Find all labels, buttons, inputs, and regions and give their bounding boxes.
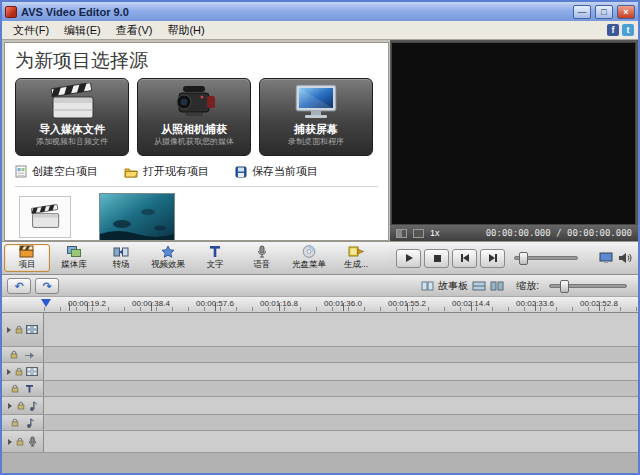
current-project-item[interactable]: 当前项目	[19, 196, 71, 241]
project-icon	[19, 245, 35, 258]
lock-icon[interactable]	[17, 401, 25, 410]
menu-bar: 文件(F) 编辑(E) 查看(V) 帮助(H) f t	[2, 21, 638, 40]
timeline-ruler[interactable]: 00:00:19.2 00:00:38.4 00:00:57.6 00:01:1…	[2, 296, 638, 313]
underwater-thumbnail	[99, 193, 175, 241]
lock-icon[interactable]	[11, 418, 19, 427]
voice-track-header[interactable]	[2, 431, 44, 452]
zoom-slider[interactable]	[549, 284, 627, 288]
quick-link-label: 保存当前项目	[252, 164, 318, 179]
lock-icon[interactable]	[16, 437, 24, 446]
transport-right-icons	[599, 252, 632, 264]
toolbar-button-label: 语音	[254, 259, 271, 271]
transition-track-lane[interactable]	[44, 347, 638, 362]
seek-slider[interactable]	[514, 256, 578, 260]
lock-icon[interactable]	[10, 350, 18, 359]
source-buttons: 导入媒体文件 添加视频和音频文件	[15, 78, 378, 156]
screen-size-icon[interactable]	[413, 229, 424, 238]
toolbar-project-button[interactable]: 项目	[4, 244, 50, 272]
menu-edit[interactable]: 编辑(E)	[57, 22, 108, 39]
toolbar-video-effects-button[interactable]: 视频效果	[145, 244, 191, 272]
timeline-view-icon[interactable]	[472, 281, 486, 291]
toolbar-produce-button[interactable]: 生成...	[333, 244, 379, 272]
expand-arrow-icon[interactable]	[7, 369, 11, 375]
lock-icon[interactable]	[11, 384, 19, 393]
voice-icon	[257, 245, 267, 258]
capture-camera-button[interactable]: 从照相机捕获 从摄像机获取您的媒体	[137, 78, 251, 156]
clapperboard-icon	[30, 204, 60, 230]
voice-track-lane[interactable]	[44, 431, 638, 452]
expand-arrow-icon[interactable]	[7, 327, 11, 333]
close-button[interactable]: ×	[617, 5, 635, 19]
toolbar-transitions-button[interactable]: 转场	[98, 244, 144, 272]
storyboard-label: 故事板	[438, 279, 468, 293]
undo-button[interactable]: ↶	[7, 278, 31, 294]
preview-panel: 1x 00:00:00.000 / 00:00:00.000	[390, 40, 638, 274]
audio-track-header[interactable]	[2, 397, 44, 414]
text-track-header[interactable]	[2, 381, 44, 396]
music-track-icon	[26, 418, 34, 428]
ruler-timestamp: 00:02:14.4	[452, 299, 490, 308]
toolbar-media-library-button[interactable]: 媒体库	[51, 244, 97, 272]
menu-help[interactable]: 帮助(H)	[160, 22, 211, 39]
lock-icon[interactable]	[15, 367, 23, 376]
toolbar-button-label: 媒体库	[61, 259, 87, 271]
preview-status-bar: 1x 00:00:00.000 / 00:00:00.000	[390, 225, 638, 241]
transition-track-header[interactable]	[2, 347, 44, 362]
save-project-link[interactable]: 保存当前项目	[235, 164, 318, 179]
screen-divide-icon[interactable]	[396, 229, 407, 238]
toolbar-voice-button[interactable]: 语音	[239, 244, 285, 272]
text-track-lane[interactable]	[44, 381, 638, 396]
divider	[15, 186, 378, 187]
minimize-button[interactable]: —	[573, 5, 591, 19]
toolbar-disc-menu-button[interactable]: 光盘菜单	[286, 244, 332, 272]
maximize-button[interactable]: □	[595, 5, 613, 19]
video-track-lane[interactable]	[44, 313, 638, 346]
previous-frame-button[interactable]	[452, 249, 477, 268]
toolbar-button-label: 项目	[19, 259, 36, 271]
playhead-marker[interactable]	[41, 299, 51, 312]
redo-button[interactable]: ↷	[35, 278, 59, 294]
open-project-link[interactable]: 打开现有项目	[124, 164, 209, 179]
seek-slider-handle[interactable]	[519, 252, 528, 265]
video-track-icon	[26, 325, 38, 334]
menu-view[interactable]: 查看(V)	[109, 22, 160, 39]
recent-projects: 当前项目	[15, 193, 378, 241]
storyboard-toggle[interactable]: 故事板	[421, 279, 468, 293]
speaker-icon[interactable]	[618, 252, 632, 264]
storyboard-view-icon[interactable]	[490, 281, 504, 291]
window-title: AVS Video Editor 9.0	[21, 6, 569, 18]
timeline-toolbar: ↶ ↷ 故事板 缩放:	[2, 274, 638, 296]
music-track-header[interactable]	[2, 415, 44, 430]
new-project-icon	[15, 165, 27, 178]
import-media-button[interactable]: 导入媒体文件 添加视频和音频文件	[15, 78, 129, 156]
next-frame-button[interactable]	[480, 249, 505, 268]
video-track-header[interactable]	[2, 313, 44, 346]
capture-screen-button[interactable]: 捕获屏幕 录制桌面和程序	[259, 78, 373, 156]
sample-project-item[interactable]: Sample Project	[99, 193, 175, 241]
toolbar-button-label: 转场	[113, 259, 130, 271]
ruler-timestamp: 00:01:16.8	[260, 299, 298, 308]
stop-button[interactable]	[424, 249, 449, 268]
video-overlay-track-header[interactable]	[2, 363, 44, 380]
facebook-icon[interactable]: f	[607, 24, 619, 36]
video-track	[2, 313, 638, 347]
text-icon	[209, 245, 221, 258]
expand-arrow-icon[interactable]	[8, 439, 12, 445]
audio-track-lane[interactable]	[44, 397, 638, 414]
audio-track	[2, 397, 638, 415]
menu-file[interactable]: 文件(F)	[6, 22, 56, 39]
voice-track-icon	[28, 436, 37, 447]
video-overlay-track-lane[interactable]	[44, 363, 638, 380]
music-track-lane[interactable]	[44, 415, 638, 430]
twitter-icon[interactable]: t	[622, 24, 634, 36]
timeline-empty-area[interactable]	[2, 453, 638, 473]
media-library-icon	[66, 245, 82, 258]
play-button[interactable]	[396, 249, 421, 268]
toolbar-text-button[interactable]: 文字	[192, 244, 238, 272]
fullscreen-icon[interactable]	[599, 252, 613, 264]
ruler-timestamp: 00:02:52.8	[580, 299, 618, 308]
expand-arrow-icon[interactable]	[8, 403, 12, 409]
lock-icon[interactable]	[15, 325, 23, 334]
new-project-link[interactable]: 创建空白项目	[15, 164, 98, 179]
zoom-slider-handle[interactable]	[560, 280, 569, 293]
